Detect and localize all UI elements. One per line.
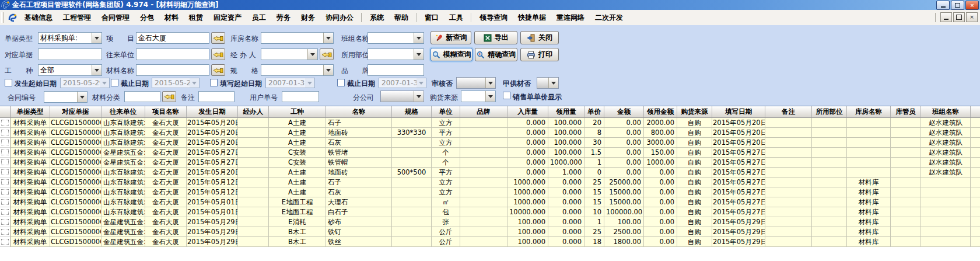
table-cell[interactable]: 2015年05月29日 xyxy=(712,217,765,227)
table-cell[interactable] xyxy=(765,138,812,148)
table-cell[interactable] xyxy=(238,178,269,187)
table-cell[interactable] xyxy=(812,237,847,247)
table-cell[interactable]: 金石大厦 xyxy=(145,118,187,128)
table-cell[interactable] xyxy=(812,207,847,217)
table-cell[interactable] xyxy=(812,148,847,158)
table-cell[interactable] xyxy=(971,138,980,148)
table-cell[interactable]: 材料库 xyxy=(847,207,891,217)
table-cell[interactable]: 0.000 xyxy=(548,227,584,237)
table-cell[interactable]: 自购 xyxy=(677,237,712,247)
table-cell[interactable] xyxy=(460,118,508,128)
column-header-工种[interactable]: 工种 xyxy=(269,106,326,117)
partner-picker-button[interactable] xyxy=(211,48,225,60)
chevron-down-icon[interactable] xyxy=(485,91,495,102)
table-cell[interactable] xyxy=(971,227,980,237)
table-cell[interactable]: 8 xyxy=(584,128,604,138)
table-cell[interactable]: 0.000 xyxy=(508,158,548,168)
table-cell[interactable] xyxy=(812,197,847,207)
table-cell[interactable]: 山东百脉建筑: xyxy=(102,138,145,148)
table-cell[interactable]: 2015年05月12日 xyxy=(187,178,238,187)
table-cell[interactable]: 2500.00 xyxy=(604,227,644,237)
table-cell[interactable]: 山东百脉建筑: xyxy=(102,187,145,197)
table-cell[interactable]: 砂布 xyxy=(326,217,392,227)
row-selector[interactable] xyxy=(0,118,10,128)
table-cell[interactable]: 2015年05月27日 xyxy=(712,197,765,207)
table-cell[interactable]: 2015年05月27日 xyxy=(712,148,765,158)
table-cell[interactable]: 0.00 xyxy=(604,148,644,158)
table-cell[interactable]: 材料库 xyxy=(847,178,891,187)
table-cell[interactable]: 2015年05月27日 xyxy=(187,148,238,158)
operator-combo[interactable] xyxy=(261,48,318,60)
table-cell[interactable]: 1.5 xyxy=(584,148,604,158)
table-cell[interactable]: 山东百脉建筑: xyxy=(102,168,145,178)
audit-combo[interactable] xyxy=(456,77,496,89)
table-cell[interactable]: 1.000 xyxy=(548,168,584,178)
row-selector[interactable] xyxy=(0,138,10,148)
table-cell[interactable] xyxy=(765,128,812,138)
table-cell[interactable]: E地面工程 xyxy=(269,207,326,217)
table-cell[interactable]: 山东百脉建筑: xyxy=(102,207,145,217)
table-cell[interactable] xyxy=(891,227,921,237)
table-cell[interactable] xyxy=(971,118,980,128)
table-cell[interactable]: 25000.00 xyxy=(604,178,644,187)
column-header-领用量[interactable]: 领用量 xyxy=(548,106,584,117)
menu-item-帮助[interactable]: 帮助 xyxy=(389,11,414,24)
row-selector[interactable] xyxy=(0,168,10,178)
table-cell[interactable]: 0.00 xyxy=(604,118,644,128)
print-button[interactable]: 打印 xyxy=(520,48,559,61)
table-cell[interactable] xyxy=(891,207,921,217)
table-cell[interactable] xyxy=(812,227,847,237)
chevron-down-icon[interactable] xyxy=(414,33,424,43)
table-cell[interactable] xyxy=(392,158,432,168)
table-cell[interactable]: 2015年05月27日 xyxy=(712,168,765,178)
table-cell[interactable] xyxy=(460,168,508,178)
table-cell[interactable]: 材料采购单 xyxy=(10,207,50,217)
spec-combo[interactable] xyxy=(261,64,334,76)
column-header-领用金额[interactable]: 领用金额 xyxy=(644,106,677,117)
table-cell[interactable]: 2015年05月27日 xyxy=(712,187,765,197)
table-cell[interactable] xyxy=(921,187,971,197)
table-cell[interactable]: 材料库 xyxy=(847,197,891,207)
table-cell[interactable]: 铁丝 xyxy=(326,237,392,247)
table-cell[interactable] xyxy=(460,148,508,158)
table-cell[interactable]: 金星建筑五金: xyxy=(102,227,145,237)
table-cell[interactable] xyxy=(460,217,508,227)
table-cell[interactable]: CLCGD150000004 xyxy=(50,187,102,197)
table-cell[interactable]: CLCGD150000001 xyxy=(50,118,102,128)
table-cell[interactable]: 自购 xyxy=(677,178,712,187)
table-cell[interactable]: 2015年05月20日 xyxy=(187,138,238,148)
close-button[interactable]: × xyxy=(965,1,979,10)
table-cell[interactable] xyxy=(971,237,980,247)
table-cell[interactable]: 25 xyxy=(584,227,604,237)
table-cell[interactable]: 100.000 xyxy=(548,148,584,158)
table-cell[interactable]: 15 xyxy=(584,187,604,197)
start-date-field[interactable]: 2015-05-29 xyxy=(60,78,110,88)
table-cell[interactable]: 金石大厦 xyxy=(145,138,187,148)
table-cell[interactable]: 0.00 xyxy=(644,217,677,227)
table-cell[interactable]: 2015年05月20日 xyxy=(187,168,238,178)
chevron-down-icon[interactable] xyxy=(92,33,102,43)
table-cell[interactable]: 0.000 xyxy=(548,178,584,187)
table-cell[interactable]: 山东百脉建筑: xyxy=(102,197,145,207)
table-cell[interactable]: 0.00 xyxy=(644,178,677,187)
table-cell[interactable]: 金石大厦 xyxy=(145,237,187,247)
minimize-button[interactable] xyxy=(936,1,950,10)
table-cell[interactable]: 10000.000 xyxy=(508,207,548,217)
table-cell[interactable]: C安装 xyxy=(269,158,326,168)
table-cell[interactable]: CLCGD150000002 xyxy=(50,148,102,158)
table-cell[interactable] xyxy=(812,178,847,187)
table-cell[interactable] xyxy=(921,237,971,247)
table-cell[interactable]: 0.00 xyxy=(644,207,677,217)
new-query-button[interactable]: 新查询 xyxy=(430,31,471,44)
table-cell[interactable]: 2015年05月27日 xyxy=(712,207,765,217)
table-cell[interactable]: 0.000 xyxy=(548,217,584,227)
table-cell[interactable]: 金石大厦 xyxy=(145,207,187,217)
table-cell[interactable]: 金石大厦 xyxy=(145,158,187,168)
column-header-库房名称[interactable]: 库房名称 xyxy=(847,106,891,117)
table-cell[interactable]: 20 xyxy=(584,118,604,128)
mdi-restore-button[interactable] xyxy=(953,12,965,22)
table-cell[interactable]: 山东百脉建筑: xyxy=(102,178,145,187)
menu-item-领导查询[interactable]: 领导查询 xyxy=(474,11,513,24)
column-header-库管员[interactable]: 库管员 xyxy=(891,106,921,117)
column-header-发生日期[interactable]: 发生日期 xyxy=(187,106,238,117)
